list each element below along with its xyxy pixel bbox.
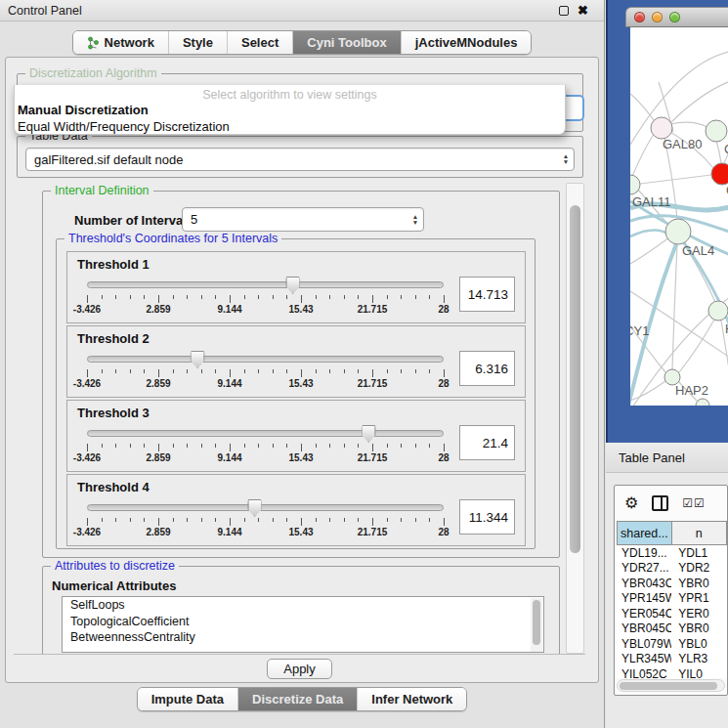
float-window-icon[interactable] (559, 6, 569, 16)
table-row[interactable]: YBR045CYBR0 (617, 621, 727, 637)
svg-text:GCY1: GCY1 (630, 323, 649, 338)
table-row[interactable]: YLR345WYLR3 (617, 652, 727, 667)
gear-icon[interactable]: ⚙ (624, 495, 638, 511)
table-row[interactable]: YDL19...YDL1 (617, 545, 727, 561)
network-view-window[interactable]: GAL80 GA C GAL11 GAL4 GCY1 H HAP2 (625, 7, 728, 410)
tab-label: Infer Network (371, 692, 452, 707)
slider-ticks (87, 369, 444, 377)
settings-scroll-viewport: Interval Definition Number of Intervals … (15, 183, 565, 654)
tick-label: 15.43 (288, 452, 313, 463)
threshold-slider[interactable]: -3.4262.8599.14415.4321.71528 (87, 351, 444, 394)
table-row[interactable]: YBR043CYBR0 (617, 576, 727, 591)
cyni-toolbox-panel: Discretization Algorithm Select algorith… (5, 57, 599, 683)
list-scrollbar[interactable] (531, 598, 542, 653)
table-row[interactable]: YPR145WYPR1 (617, 591, 727, 607)
scrollbar-thumb[interactable] (570, 205, 580, 553)
slider-scale-labels: -3.4262.8599.14415.4321.71528 (87, 452, 444, 465)
tab-jactivemnodules[interactable]: jActiveMNodules (402, 31, 532, 54)
panel-title: Control Panel (8, 4, 559, 18)
table-row[interactable]: YER054CYER0 (617, 606, 727, 621)
dropdown-option-equal-width[interactable]: Equal Width/Frequency Discretization (15, 118, 565, 135)
threshold-slider[interactable]: -3.4262.8599.14415.4321.71528 (87, 277, 444, 320)
slider-track[interactable] (87, 504, 444, 511)
group-title: Discretization Algorithm (25, 66, 161, 80)
tick-label: 2.859 (146, 378, 170, 389)
tab-label: Network (105, 35, 154, 50)
scrollbar-thumb[interactable] (620, 682, 717, 690)
close-traffic-light[interactable] (634, 12, 645, 22)
slider-track[interactable] (87, 356, 444, 363)
tab-infer-network[interactable]: Infer Network (358, 688, 466, 710)
threshold-label: Threshold 3 (77, 406, 515, 420)
table-row[interactable]: YBL079WYBL0 (617, 636, 727, 652)
control-panel-tabbar: Network Style Select Cyni Toolbox jActiv… (0, 30, 604, 55)
threshold-value-input[interactable] (459, 277, 515, 312)
table-row[interactable]: YDR27...YDR2 (617, 561, 727, 577)
tick-label: 28 (438, 304, 449, 315)
thresholds-group: Threshold's Coordinates for 5 Intervals … (56, 238, 535, 549)
slider-ticks (87, 295, 444, 303)
tab-select[interactable]: Select (228, 31, 293, 54)
tab-style[interactable]: Style (169, 31, 228, 54)
table-horizontal-scrollbar[interactable] (617, 679, 725, 692)
numerical-attributes-list[interactable]: SelfLoops TopologicalCoefficient Between… (62, 596, 544, 653)
threshold-label: Threshold 2 (77, 331, 515, 346)
list-item[interactable]: BetweennessCentrality (63, 629, 543, 646)
threshold-value-input[interactable] (459, 499, 515, 535)
control-panel-titlebar: Control Panel ✖ (0, 0, 604, 21)
threshold-slider[interactable]: -3.4262.8599.14415.4321.71528 (87, 425, 444, 468)
tab-cyni-toolbox[interactable]: Cyni Toolbox (293, 31, 401, 54)
table-toolbar: ⚙ ☑☑ (615, 486, 727, 521)
column-header-name[interactable]: n (672, 521, 727, 545)
network-nodes[interactable] (630, 117, 728, 406)
slider-thumb[interactable] (247, 499, 262, 517)
slider-thumb[interactable] (362, 425, 376, 443)
minimize-traffic-light[interactable] (652, 12, 663, 22)
threshold-label: Threshold 1 (77, 257, 515, 272)
slider-thumb[interactable] (285, 277, 300, 294)
tick-label: 15.43 (288, 378, 313, 389)
apply-row: Apply (14, 654, 585, 683)
tick-label: -3.426 (73, 378, 101, 389)
slider-track[interactable] (87, 430, 444, 437)
tick-label: 9.144 (217, 378, 241, 389)
checkbox-icons[interactable]: ☑☑ (682, 497, 706, 509)
node-ga (706, 120, 727, 142)
tick-label: 2.859 (146, 452, 170, 463)
threshold-value-input[interactable] (459, 351, 515, 386)
stepper-icon: ▲▼ (407, 214, 423, 226)
table-panel: ⚙ ☑☑ shared... n YDL19...YDL1 YDR27...YD… (606, 473, 728, 728)
table-panel-titlebar: Table Panel (606, 443, 728, 473)
svg-text:HAP2: HAP2 (675, 383, 708, 398)
tab-network[interactable]: Network (73, 31, 169, 54)
network-icon (87, 36, 100, 50)
list-item[interactable]: SelfLoops (63, 597, 543, 614)
network-canvas[interactable]: GAL80 GA C GAL11 GAL4 GCY1 H HAP2 (630, 27, 728, 406)
dropdown-placeholder-option[interactable]: Select algorithm to view settings (15, 85, 565, 102)
list-item[interactable]: TopologicalCoefficient (63, 614, 543, 630)
tab-impute-data[interactable]: Impute Data (138, 688, 238, 710)
zoom-traffic-light[interactable] (669, 12, 680, 22)
svg-text:GAL4: GAL4 (682, 243, 714, 258)
threshold-slider[interactable]: -3.4262.8599.14415.4321.71528 (87, 499, 444, 542)
slider-track[interactable] (87, 281, 444, 288)
tick-label: 21.715 (358, 304, 388, 315)
close-icon[interactable]: ✖ (578, 4, 588, 17)
threshold-value-input[interactable] (459, 425, 515, 460)
tick-label: 28 (438, 527, 449, 537)
table-rows: YDL19...YDL1 YDR27...YDR2 YBR043CYBR0 YP… (617, 545, 727, 678)
num-intervals-combobox[interactable]: 5 ▲▼ (182, 207, 424, 232)
split-columns-icon[interactable] (652, 495, 668, 511)
table-data-combobox[interactable]: galFiltered.sif default node ▲▼ (25, 148, 575, 171)
network-window-titlebar[interactable] (625, 7, 728, 27)
slider-thumb[interactable] (191, 351, 205, 368)
settings-vertical-scrollbar[interactable] (566, 183, 584, 654)
application-root: Control Panel ✖ Network Style (0, 0, 728, 728)
tab-discretize-data[interactable]: Discretize Data (238, 688, 358, 710)
slider-scale-labels: -3.4262.8599.14415.4321.71528 (87, 527, 444, 539)
table-row[interactable]: YIL052CYIL0 (617, 666, 727, 678)
threshold-panel-4: Threshold 4 -3.4262.8599.14415.4321.7152… (66, 474, 526, 546)
apply-button[interactable]: Apply (267, 659, 332, 679)
column-header-shared[interactable]: shared... (617, 521, 672, 545)
dropdown-option-manual[interactable]: Manual Discretization (15, 102, 565, 118)
